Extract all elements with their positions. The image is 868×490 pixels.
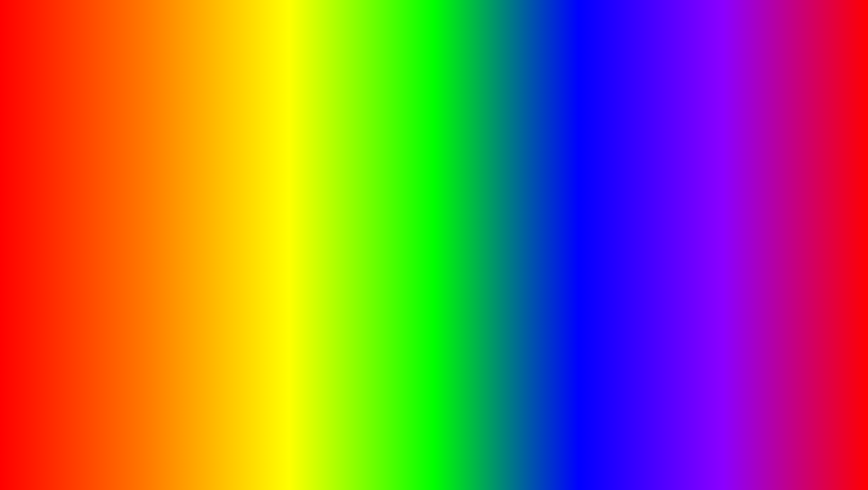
left-panel-nav: User Hub Main Item Status Combat Telepor… — [53, 151, 271, 163]
nav-item-active[interactable]: Item — [103, 154, 113, 160]
bring-mob-row: Bring Mob — [698, 226, 809, 234]
right-panel-title: URANIUM HUB x Premium 1.0 — [579, 143, 656, 149]
mirage-toggle[interactable] — [250, 178, 266, 186]
auto-farm-dot-2 — [651, 169, 654, 173]
others-label: Others + Quest W — [581, 209, 617, 214]
right-panel-content: Auto Farm Auto Farm Level Auto Second Se… — [575, 163, 815, 242]
evo-label: Auto Evo V4 — [176, 263, 235, 274]
hydrogen-text: HYDROGEN — [723, 147, 796, 161]
second-sea-row: Auto Second Sea — [581, 187, 692, 196]
left-panel-shortcut: [ RightControl ] — [234, 143, 267, 148]
right-nav-user-hub[interactable]: User Hub — [580, 154, 601, 160]
title-letter-t: T — [567, 10, 606, 76]
title-letter-f: F — [416, 10, 455, 76]
third-sea-toggle-left[interactable] — [581, 198, 597, 206]
right-nav-item[interactable]: Item — [626, 154, 635, 160]
auto-farm-dot — [619, 169, 622, 173]
third-sea-label: Auto Third Sea — [600, 200, 673, 205]
others-row: Others + Quest W — [581, 209, 692, 214]
left-panel-title: URANIUM HUB x Premium 1.0 — [57, 143, 134, 149]
farm-near-row: Auto Farm Near — [581, 217, 692, 225]
fluxus-text: FLUXUS — [723, 133, 796, 147]
v4-text: V4 — [412, 430, 464, 478]
race-text: RACE — [279, 430, 400, 478]
super-fast-row: Super Fast Attack — [698, 190, 809, 201]
select-weapon-title: 🗡️ Select Weapon & Fast 🗡️ — [698, 169, 809, 174]
title-letter-s: S — [606, 10, 649, 76]
second-sea-label: Auto Second Sea — [600, 189, 673, 194]
script-text: SCRIPT — [476, 442, 575, 472]
nav-user-hub[interactable]: User Hub — [58, 154, 79, 160]
nav-main[interactable]: Main — [85, 154, 96, 160]
bottom-text: AUTO RACE V4 SCRIPT PASTEBIN — [147, 430, 721, 479]
blox-logo-fruits: FRUITS — [736, 429, 814, 454]
right-nav-status[interactable]: Status — [642, 154, 656, 160]
spawn-label: Auto Set Spawn Point — [701, 215, 787, 220]
blox-logo-blox: BL☠X — [736, 404, 814, 429]
evo-toggle-row: Auto Evo V4 — [146, 262, 300, 275]
bring-mob-toggle-right[interactable] — [792, 226, 809, 234]
spawn-row: Auto Set Spawn Point — [698, 212, 809, 223]
title-letter-b: B — [219, 10, 265, 76]
second-sea-toggle-right[interactable] — [676, 187, 692, 196]
nav-combat[interactable]: Combat — [141, 154, 158, 160]
left-panel-header: URANIUM HUB x Premium 1.0 [ RightControl… — [53, 140, 271, 151]
select-weapon-value: Select Weapon — [701, 179, 734, 185]
third-sea-row: Auto Third Sea — [581, 198, 692, 206]
select-weapon-dropdown[interactable]: Select Weapon ▼ — [698, 177, 809, 187]
farm-level-row: Auto Farm Level — [581, 177, 692, 185]
mobile-label: MOBILE — [36, 172, 162, 208]
farm-near-toggle-right[interactable] — [676, 217, 692, 225]
mobile-android-text: MOBILE ✓ ANDROID ✓ — [36, 171, 216, 246]
title-letter-x: X — [353, 10, 396, 76]
right-right-section: 🗡️ Select Weapon & Fast 🗡️ Select Weapon… — [695, 167, 811, 239]
auto-farm-text: Auto Farm — [625, 169, 648, 174]
blox-fruits-logo: BL☠X FRUITS — [736, 404, 814, 454]
checkmark-2: ✓ — [189, 209, 216, 246]
nav-status[interactable]: Status — [120, 154, 134, 160]
evo-toggle[interactable] — [146, 262, 171, 275]
farm-near-toggle-left[interactable] — [581, 217, 597, 225]
super-fast-label: Super Fast Attack — [701, 193, 787, 198]
dropdown-chevron-icon: ▼ — [801, 179, 805, 185]
title-letter-u: U — [501, 10, 547, 76]
evo-title: ▲ Evo Race V.4 ▲ — [146, 249, 300, 258]
title-letter-o: O — [304, 10, 353, 76]
second-sea-toggle-left[interactable] — [581, 187, 597, 196]
evo-race-panel: ▲ Evo Race V.4 ▲ Auto Evo V4 — [137, 243, 308, 281]
auto-farm-label: Auto Farm — [581, 169, 692, 174]
farm-level-label: Auto Farm Level — [600, 178, 673, 183]
checkmark-1: ✓ — [164, 171, 191, 209]
spawn-toggle[interactable] — [789, 214, 805, 222]
farm-near-label: Auto Farm Near — [600, 218, 673, 223]
settings-title: ✗ Settings Farm ✗ — [698, 204, 809, 210]
farm-level-toggle-left[interactable] — [581, 177, 597, 185]
android-label: ANDROID — [36, 209, 187, 245]
title-letter-i: I — [547, 10, 567, 76]
pastebin-text: PASTEBIN — [587, 442, 721, 472]
main-title: BLOX FRUITS — [219, 9, 649, 76]
super-fast-toggle[interactable] — [789, 192, 805, 200]
nav-teleport[interactable]: Teleport + Raid — [165, 154, 198, 160]
title-letter-l: L — [265, 10, 304, 76]
bring-mob-label: Bring Mob — [716, 227, 790, 233]
right-nav-main[interactable]: Main — [608, 154, 619, 160]
third-sea-toggle-right[interactable] — [676, 198, 692, 206]
fluxus-badge: FLUXUS HYDROGEN — [716, 128, 803, 166]
farm-level-toggle-right[interactable] — [676, 177, 692, 185]
bring-mob-toggle-left[interactable] — [698, 226, 714, 234]
right-left-section: Auto Farm Auto Farm Level Auto Second Se… — [578, 167, 695, 239]
auto-text: AUTO — [147, 430, 267, 478]
title-letter-r: R — [455, 10, 501, 76]
